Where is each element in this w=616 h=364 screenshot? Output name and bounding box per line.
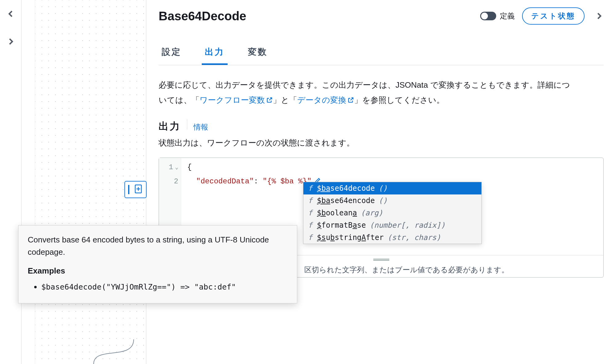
left-nav-column (0, 0, 22, 364)
autocomplete-item[interactable]: f$base64decode () (303, 182, 481, 194)
drag-handle-icon[interactable] (128, 185, 129, 194)
page-title: Base64Decode (159, 9, 473, 23)
tooltip-description: Converts base 64 encoded bytes to a stri… (28, 234, 288, 258)
external-link-icon (347, 97, 354, 103)
tab-output[interactable]: 出力 (202, 46, 228, 65)
fold-caret-icon[interactable]: ⌄ (175, 160, 178, 174)
insert-state-icon[interactable] (134, 184, 143, 195)
autocomplete-name: $substringAfter (317, 233, 384, 242)
data-transform-link[interactable]: データの変換 (297, 95, 354, 105)
autocomplete-kind-icon: f (307, 209, 313, 217)
resize-grip-icon[interactable] (373, 259, 389, 261)
output-info-link[interactable]: 情報 (193, 122, 208, 132)
tooltip-examples-heading: Examples (28, 265, 288, 277)
chevron-left-icon[interactable] (6, 9, 15, 18)
function-doc-tooltip: Converts base 64 encoded bytes to a stri… (18, 225, 297, 303)
workflow-variables-link[interactable]: ワークフロー変数 (200, 95, 273, 105)
toggle-track-icon[interactable] (480, 12, 496, 20)
autocomplete-kind-icon: f (307, 184, 313, 193)
panel-next-icon[interactable] (594, 11, 604, 21)
autocomplete-name: $booleana (317, 209, 357, 217)
tab-settings[interactable]: 設定 (159, 46, 184, 65)
autocomplete-name: $base64encode (317, 196, 375, 205)
autocomplete-signature: () (379, 184, 387, 193)
canvas-card-edge (22, 0, 35, 364)
output-tab-description: 必要に応じて、出力データを提供できます。この出力データは、JSONata で変換… (159, 78, 571, 108)
definition-toggle-label: 定義 (500, 11, 515, 21)
external-link-icon (266, 97, 273, 103)
autocomplete-item[interactable]: f$base64encode () (303, 194, 481, 207)
autocomplete-name: $formatBase (317, 221, 366, 230)
autocomplete-item[interactable]: f$substringAfter (str, chars) (303, 231, 481, 244)
autocomplete-item[interactable]: f$booleana (arg) (303, 207, 481, 219)
config-tabs: 設定 出力 変数 (159, 46, 604, 65)
tooltip-example: $base64decode("YWJjOmRlZg==") => "abc:de… (41, 281, 288, 293)
panel-header: Base64Decode 定義 テスト状態 (159, 7, 604, 25)
output-heading: 出力 (159, 120, 181, 133)
definition-toggle[interactable]: 定義 (480, 11, 515, 21)
canvas-connector (91, 339, 137, 364)
autocomplete-signature: () (379, 196, 387, 205)
autocomplete-item[interactable]: f$formatBase (number[, radix]) (303, 219, 481, 231)
workflow-canvas[interactable] (22, 0, 146, 364)
tab-variables[interactable]: 変数 (245, 46, 271, 65)
chevron-right-icon[interactable] (6, 37, 15, 46)
autocomplete-signature: (number[, radix]) (370, 221, 445, 230)
autocomplete-signature: (str, chars) (387, 233, 441, 242)
canvas-insert-handle[interactable] (124, 181, 147, 198)
autocomplete-name: $base64decode (317, 184, 375, 193)
autocomplete-signature: (arg) (361, 209, 383, 217)
state-config-panel: Base64Decode 定義 テスト状態 設定 出力 変数 必要に応じて、出力… (146, 0, 616, 364)
output-heading-row: 出力 情報 (159, 119, 604, 133)
test-state-button[interactable]: テスト状態 (522, 7, 585, 25)
autocomplete-kind-icon: f (307, 196, 313, 205)
output-subtext: 状態出力は、ワークフローの次の状態に渡されます。 (159, 138, 604, 148)
autocomplete-popup[interactable]: f$base64decode ()f$base64encode ()f$bool… (303, 182, 482, 244)
autocomplete-kind-icon: f (307, 221, 313, 230)
autocomplete-kind-icon: f (307, 233, 313, 242)
